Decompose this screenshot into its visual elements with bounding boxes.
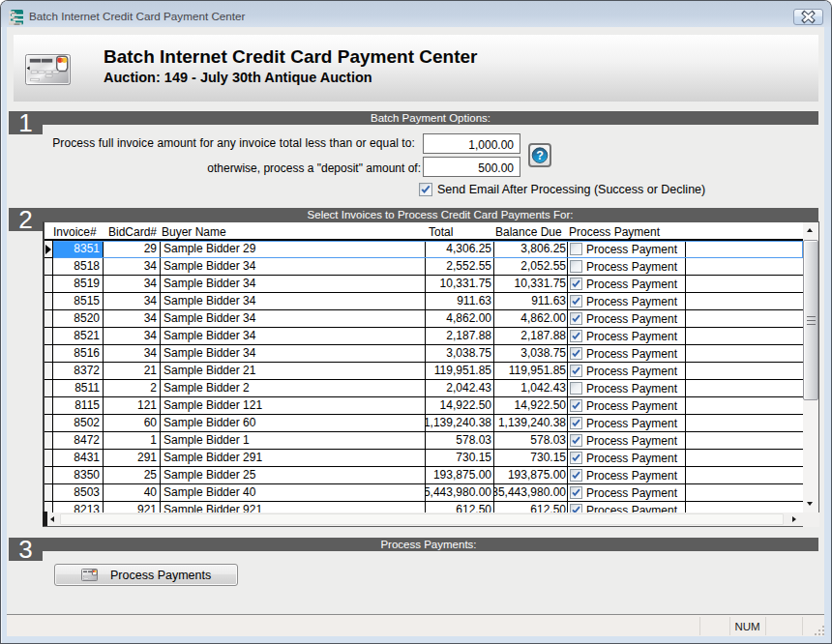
svg-text:?: ? bbox=[536, 149, 544, 162]
